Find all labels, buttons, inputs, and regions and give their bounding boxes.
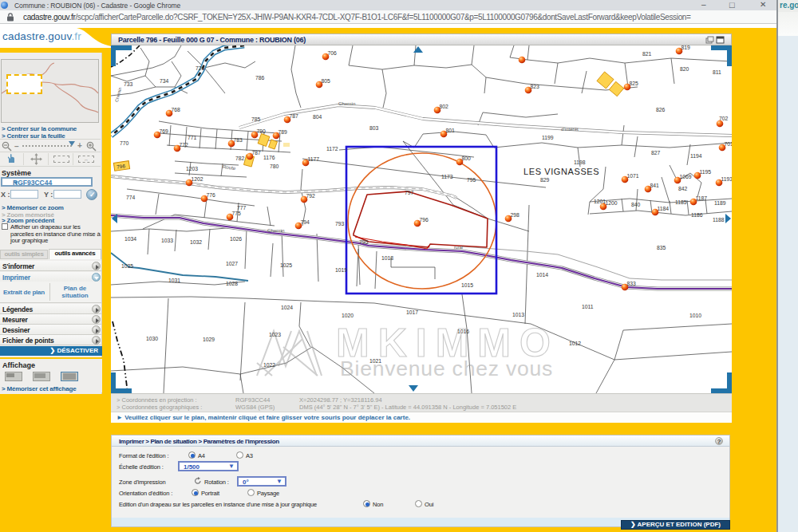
svg-text:820: 820 [680,66,689,72]
svg-text:1027: 1027 [226,261,238,266]
svg-text:1028: 1028 [226,281,238,286]
svg-text:1014: 1014 [536,272,548,278]
svg-text:840: 840 [631,202,641,207]
svg-text:1030: 1030 [146,336,158,341]
svg-text:768: 768 [172,107,181,112]
svg-text:801: 801 [446,128,456,133]
svg-text:Chemin: Chemin [338,100,356,106]
svg-text:1185: 1185 [675,199,687,205]
svg-text:706: 706 [328,50,338,56]
svg-text:787: 787 [252,150,262,156]
svg-text:1010: 1010 [689,313,701,318]
svg-text:1189: 1189 [714,200,726,206]
svg-text:795: 795 [467,177,476,183]
svg-text:1187: 1187 [696,195,708,201]
svg-text:1199: 1199 [542,135,554,140]
svg-text:787: 787 [290,113,299,119]
svg-text:1172: 1172 [326,146,338,152]
svg-text:777: 777 [237,205,247,211]
svg-text:1177: 1177 [308,156,320,162]
svg-text:1016: 1016 [457,329,469,334]
svg-text:1203: 1203 [186,166,198,171]
svg-text:1188: 1188 [713,217,725,223]
svg-text:802: 802 [440,104,449,109]
svg-text:1031: 1031 [168,278,180,283]
svg-text:800: 800 [462,156,472,161]
svg-text:1013: 1013 [512,312,524,317]
svg-text:792: 792 [306,193,316,199]
svg-text:785: 785 [251,116,261,122]
svg-text:796: 796 [420,217,429,223]
svg-text:795: 795 [359,239,369,245]
svg-text:835: 835 [657,245,666,250]
svg-text:1012: 1012 [569,341,581,346]
svg-text:789: 789 [279,129,288,135]
svg-text:1021: 1021 [369,358,381,364]
svg-text:Chemin: Chemin [267,227,285,233]
svg-text:726: 726 [196,65,205,71]
svg-text:1018: 1018 [381,255,393,261]
svg-text:1195: 1195 [700,169,712,175]
svg-text:774: 774 [126,195,136,200]
svg-text:1184: 1184 [658,206,670,211]
svg-text:776: 776 [207,192,216,198]
svg-text:783: 783 [234,137,243,143]
svg-text:298: 298 [511,212,520,218]
svg-text:805: 805 [322,78,331,84]
svg-text:1020: 1020 [342,313,354,318]
svg-text:823: 823 [531,84,540,89]
svg-text:1173: 1173 [441,174,453,179]
svg-text:1024: 1024 [281,305,293,310]
svg-text:775: 775 [232,211,242,216]
svg-text:1202: 1202 [192,176,203,182]
svg-text:826: 826 [656,107,666,112]
svg-text:733: 733 [124,81,133,87]
svg-text:819: 819 [681,45,691,50]
svg-text:842: 842 [678,186,688,191]
svg-text:734: 734 [160,78,169,84]
svg-text:1200: 1200 [606,200,618,206]
svg-text:1193: 1193 [721,176,733,182]
svg-text:702: 702 [719,116,729,121]
svg-text:1069: 1069 [680,174,692,179]
svg-text:790: 790 [257,128,267,134]
svg-text:797: 797 [405,190,414,195]
svg-text:829: 829 [540,177,550,183]
svg-text:1034: 1034 [124,236,136,242]
svg-text:1011: 1011 [582,304,594,309]
svg-text:1019: 1019 [335,267,347,273]
svg-text:1025: 1025 [280,262,292,268]
svg-text:1022: 1022 [263,362,275,368]
svg-text:770: 770 [120,140,129,146]
svg-text:1032: 1032 [190,239,202,245]
svg-text:1071: 1071 [627,173,639,179]
svg-text:Route: Route [223,164,237,171]
svg-text:794: 794 [301,219,310,225]
svg-text:1194: 1194 [690,153,702,159]
svg-text:1033: 1033 [161,238,173,243]
svg-text:811: 811 [713,69,721,75]
svg-text:rural: rural [454,245,463,250]
svg-text:d'intérêt: d'intérêt [561,126,579,132]
svg-text:1035: 1035 [121,263,133,269]
svg-text:1015: 1015 [461,282,473,288]
svg-text:1026: 1026 [230,236,242,242]
svg-text:793: 793 [335,221,345,227]
svg-text:786: 786 [255,75,265,81]
svg-text:1029: 1029 [203,337,215,342]
svg-text:1017: 1017 [406,309,418,315]
svg-text:701: 701 [725,141,733,147]
svg-text:780: 780 [270,164,279,169]
svg-text:1198: 1198 [574,160,586,165]
svg-text:772: 772 [180,142,189,148]
svg-text:771: 771 [188,135,197,140]
svg-text:833: 833 [627,281,637,286]
svg-text:1186: 1186 [691,212,703,218]
svg-text:769: 769 [160,128,169,134]
svg-text:841: 841 [650,183,660,188]
svg-text:782: 782 [235,156,245,161]
svg-text:825: 825 [630,81,639,86]
svg-text:827: 827 [651,150,661,156]
svg-text:1176: 1176 [263,155,275,160]
svg-text:803: 803 [369,125,379,131]
